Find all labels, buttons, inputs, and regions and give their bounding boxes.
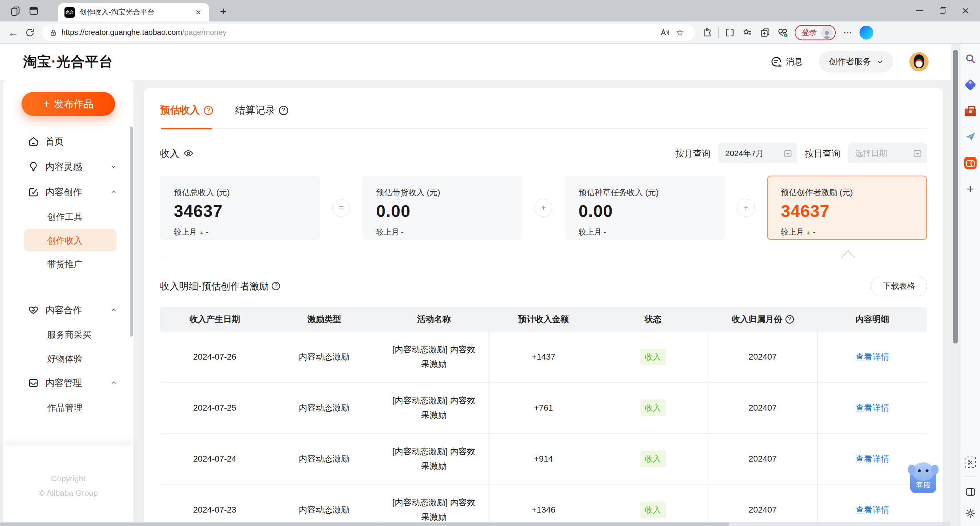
read-aloud-icon[interactable]: [657, 25, 672, 40]
tab-estimated-income[interactable]: 预估收入 ?: [160, 104, 213, 128]
publish-work-button[interactable]: + 发布作品: [21, 92, 115, 116]
login-button[interactable]: 登录: [795, 25, 836, 40]
download-table-button[interactable]: 下载表格: [871, 276, 927, 296]
col-header-activity: 活动名称: [379, 314, 489, 325]
chevron-up-icon: [111, 307, 117, 313]
window-minimize-button[interactable]: [908, 0, 931, 21]
sidebar-item-works-management[interactable]: 作品管理: [24, 396, 116, 419]
equals-operator: =: [332, 199, 350, 217]
help-icon[interactable]: ?: [279, 106, 288, 115]
card-goods-income[interactable]: 预估带货收入 (元) 0.00 较上月 -: [362, 176, 522, 240]
shopping-icon[interactable]: [964, 78, 977, 91]
compare-label: 较上月: [376, 227, 399, 237]
user-avatar[interactable]: [909, 52, 929, 71]
customer-service-label: 客服: [916, 480, 931, 490]
horizontal-scrollbar[interactable]: [0, 522, 951, 526]
view-details-link[interactable]: 查看详情: [856, 402, 889, 414]
sidebar-item-cooperation[interactable]: 内容合作: [3, 298, 134, 323]
tab-label: 预估收入: [160, 104, 200, 117]
view-details-link[interactable]: 查看详情: [856, 351, 889, 363]
compare-suffix: -: [401, 228, 404, 237]
copilot-icon[interactable]: [860, 26, 873, 39]
sidebar-item-home[interactable]: 首页: [3, 129, 134, 154]
customer-service-button[interactable]: 客服: [910, 462, 936, 493]
eye-icon[interactable]: [183, 148, 194, 159]
tab-actions-icon[interactable]: [27, 4, 41, 18]
help-icon[interactable]: ?: [785, 315, 794, 324]
cell-month: 202407: [708, 434, 817, 484]
site-favicon: 光合: [64, 7, 75, 18]
chevron-down-icon: [111, 164, 117, 170]
date-picker[interactable]: [848, 143, 927, 163]
window-maximize-button[interactable]: [931, 0, 954, 21]
view-details-link[interactable]: 查看详情: [856, 453, 889, 465]
sidebar-item-creation-income[interactable]: 创作收入: [24, 229, 116, 251]
month-picker[interactable]: [718, 143, 797, 163]
card-compare: 较上月 -: [376, 227, 508, 237]
sidebar-item-goods-experience[interactable]: 好物体验: [24, 347, 116, 370]
login-label: 登录: [802, 27, 817, 38]
messages-button[interactable]: 消息: [770, 56, 803, 67]
site-logo[interactable]: 淘宝·光合平台: [23, 53, 113, 71]
card-task-income[interactable]: 预估种草任务收入 (元) 0.00 较上月 -: [565, 176, 725, 240]
table-row: 2024-07-24 内容动态激励 [内容动态激励] 内容效果激励 +914 收…: [160, 434, 927, 485]
tab-settlement-records[interactable]: 结算记录 ?: [235, 104, 288, 128]
help-icon[interactable]: ?: [272, 282, 280, 290]
vertical-scrollbar-thumb[interactable]: [953, 50, 958, 344]
creator-services-dropdown[interactable]: 创作者服务: [819, 51, 893, 72]
calendar-icon[interactable]: [783, 148, 793, 158]
url-text[interactable]: https://creator.guanghe.taobao.com/page/…: [61, 28, 657, 37]
collections-icon[interactable]: [756, 25, 774, 41]
browser-tab[interactable]: 光合 创作收入-淘宝光合平台 ×: [58, 3, 209, 21]
favorite-star-icon[interactable]: ☆: [672, 25, 688, 40]
cell-amount: +1346: [488, 485, 598, 526]
tab-label: 结算记录: [235, 104, 275, 117]
col-header-status: 状态: [598, 314, 708, 325]
card-creator-incentive[interactable]: 预估创作者激励 (元) 34637 较上月 ▲ -: [767, 176, 927, 240]
workspaces-icon[interactable]: [8, 4, 22, 18]
send-icon[interactable]: [964, 130, 977, 143]
sidebar-item-creation[interactable]: 内容创作: [3, 179, 134, 205]
chevron-up-icon: [111, 189, 117, 195]
kuaishou-app-icon[interactable]: [964, 156, 977, 169]
settings-more-icon[interactable]: [839, 25, 856, 41]
help-icon[interactable]: ?: [204, 106, 213, 115]
page-content: 淘宝·光合平台 消息 创作者服务: [0, 44, 951, 526]
trend-up-icon: ▲: [806, 230, 811, 235]
card-total-income[interactable]: 预估总收入 (元) 34637 较上月 ▲ -: [160, 176, 320, 240]
tools-icon[interactable]: [964, 104, 977, 117]
new-tab-button[interactable]: +: [216, 4, 231, 19]
refresh-button[interactable]: [21, 24, 38, 41]
favorites-list-icon[interactable]: [739, 25, 756, 41]
horizontal-scrollbar-thumb[interactable]: [0, 523, 729, 526]
sidebar-settings-gear-icon[interactable]: [964, 507, 977, 520]
sidebar-item-management[interactable]: 内容管理: [3, 370, 134, 396]
view-details-link[interactable]: 查看详情: [856, 504, 889, 516]
tab-close-icon[interactable]: ×: [194, 7, 203, 18]
cell-status: 收入: [598, 332, 708, 382]
cell-status: 收入: [598, 383, 708, 433]
sidebar-scrollbar[interactable]: [130, 127, 133, 337]
sidebar-search-icon[interactable]: [964, 52, 977, 65]
extensions-icon[interactable]: [698, 25, 716, 41]
calendar-icon[interactable]: [912, 148, 922, 158]
address-bar[interactable]: https://creator.guanghe.taobao.com/page/…: [42, 24, 695, 41]
compare-label: 较上月: [579, 227, 602, 237]
browser-essentials-icon[interactable]: [774, 25, 792, 41]
back-button[interactable]: ←: [5, 24, 21, 41]
split-screen-icon[interactable]: [721, 25, 739, 41]
sidebar-item-creation-tools[interactable]: 创作工具: [24, 205, 116, 228]
sidebar-toggle-icon[interactable]: [964, 485, 977, 498]
add-sidebar-app-icon[interactable]: +: [964, 182, 977, 196]
sidebar-item-promotion[interactable]: 带货推广: [24, 252, 116, 276]
screenshot-icon[interactable]: [965, 457, 976, 468]
vertical-scrollbar[interactable]: [951, 44, 960, 526]
income-tabs: 预估收入 ? 结算记录 ?: [160, 88, 927, 129]
sidebar-item-inspiration[interactable]: 内容灵感: [3, 154, 134, 179]
url-domain: https://creator.guanghe.taobao.com: [61, 28, 182, 36]
section-divider: [160, 258, 927, 258]
col-header-month: 收入归属月份?: [708, 314, 818, 325]
sidebar-item-service-purchase[interactable]: 服务商采买: [24, 323, 116, 347]
window-close-button[interactable]: ×: [954, 0, 977, 21]
cell-date: 2024-07-25: [160, 383, 269, 433]
